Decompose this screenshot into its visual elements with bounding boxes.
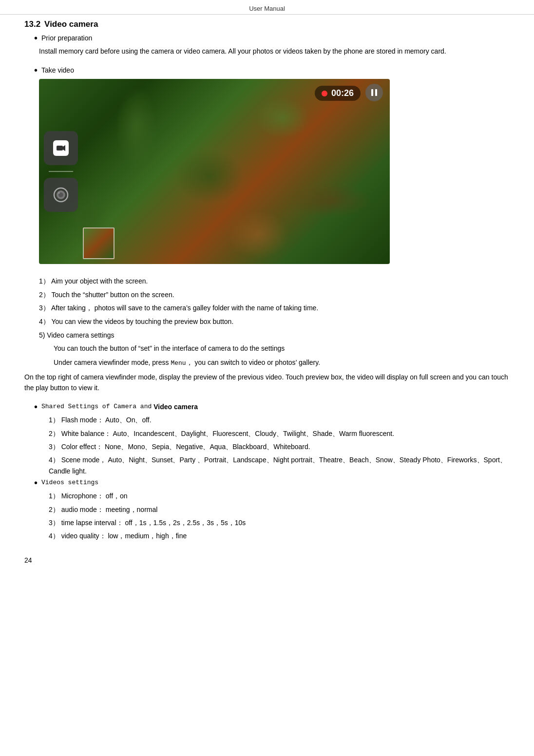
- video-background: 00:26: [39, 79, 390, 264]
- vs-num-3: 3）: [49, 519, 59, 527]
- ss-text-2: Auto、Incandescent、Daylight、Fluorescent、C…: [113, 430, 395, 437]
- prior-prep-bullet: • Prior preparation: [34, 34, 515, 43]
- vs-text-2: meeting，normal: [106, 506, 158, 513]
- ss-text-4: Auto、Night、Sunset、Party 、Portrait、Landsc…: [49, 456, 507, 474]
- ss-text-3: None、Mono、Sepia、Negative、Aqua、Blackboard…: [105, 443, 310, 451]
- video-thumbnail[interactable]: [83, 227, 114, 259]
- shared-setting-4: 4） Scene mode， Auto、Night、Sunset、Party 、…: [49, 454, 515, 476]
- line2-mono: Menu: [171, 359, 186, 367]
- instruction-2: 2） Touch the “shutter” button on the scr…: [39, 289, 515, 300]
- ss-label-4: Scene mode，: [61, 456, 107, 464]
- section-title: 13.2 Video camera: [24, 19, 515, 29]
- header-text: User Manual: [249, 5, 285, 12]
- pause-icon-bars: [371, 89, 377, 96]
- shared-setting-2: 2） White balance： Auto、Incandescent、Dayl…: [49, 428, 515, 439]
- svg-rect-0: [57, 146, 63, 151]
- shared-setting-3: 3） Color effect： None、Mono、Sepia、Negativ…: [49, 441, 515, 452]
- video-settings-line1: You can touch the button of “set” in the…: [54, 343, 515, 354]
- line2-suffix: ， you can switch to video or photos’ gal…: [186, 359, 320, 366]
- instruction-3: 3） After taking， photos will save to the…: [39, 302, 515, 313]
- bullet-dot-2: •: [34, 65, 38, 75]
- bullet-dot: •: [34, 33, 38, 43]
- video-settings-heading-text: 5) Video camera settings: [39, 331, 114, 339]
- ss-num-3: 3）: [49, 443, 59, 451]
- ss-label-3: Color effect：: [61, 443, 103, 451]
- instructions-list: 1） Aim your object with the screen. 2） T…: [39, 276, 515, 327]
- prior-prep-label: Prior preparation: [41, 34, 92, 42]
- video-camera-icon: [56, 143, 66, 153]
- video-screenshot: 00:26: [39, 79, 390, 264]
- vs-label-1: Microphone：: [61, 492, 104, 500]
- instruction-4-text: You can view the videos by touching the …: [51, 318, 233, 325]
- vid-setting-1: 1） Microphone： off，on: [49, 491, 515, 501]
- divider: [49, 171, 73, 172]
- ss-num-4: 4）: [49, 456, 59, 464]
- timer-badge: 00:26: [315, 86, 361, 101]
- instruction-3-text: After taking， photos will save to the ca…: [51, 304, 318, 312]
- camera-shutter-button[interactable]: [44, 178, 78, 212]
- num-2: 2）: [39, 291, 50, 299]
- shared-settings-bullet: • Shared Settings of Camera and Video ca…: [34, 403, 515, 412]
- vs-label-4: video quality：: [61, 532, 106, 540]
- num-3: 3）: [39, 304, 50, 312]
- instruction-2-text: Touch the “shutter” button on the screen…: [51, 291, 174, 299]
- video-settings-line2: Under camera viewfinder mode, press Menu…: [54, 357, 515, 369]
- vs-text-4: low，medium，high，fine: [108, 532, 187, 540]
- shared-setting-1: 1） Flash mode： Auto、On、off.: [49, 415, 515, 425]
- ss-label-2: White balance：: [61, 430, 112, 437]
- ss-num-2: 2）: [49, 430, 59, 437]
- section-number: 13.2: [24, 19, 40, 29]
- instruction-4: 4） You can view the videos by touching t…: [39, 316, 515, 327]
- vs-text-1: off，on: [106, 492, 128, 500]
- vs-num-2: 2）: [49, 506, 59, 513]
- line2-prefix: Under camera viewfinder mode, press: [54, 359, 171, 366]
- ss-num-1: 1）: [49, 416, 59, 424]
- shutter-icon: [52, 186, 70, 204]
- section-title-text: Video camera: [44, 19, 98, 29]
- vid-setting-4: 4） video quality： low，medium，high，fine: [49, 530, 515, 541]
- videos-settings-label: Videos settings: [41, 479, 98, 486]
- pause-bar-right: [375, 89, 377, 96]
- shared-settings-bold: Video camera: [153, 403, 198, 411]
- prior-prep-para: Install memory card before using the cam…: [39, 46, 515, 57]
- videos-settings-bullet: • Videos settings: [34, 479, 515, 488]
- ss-text-1: Auto、On、off.: [105, 416, 152, 424]
- instruction-1-text: Aim your object with the screen.: [51, 277, 148, 285]
- bullet-dot-4: •: [34, 478, 38, 488]
- vs-label-2: audio mode：: [61, 506, 104, 513]
- vs-text-3: off，1s，1.5s，2s，2.5s，3s，5s，10s: [125, 519, 246, 527]
- take-video-bullet: • Take video: [34, 66, 515, 75]
- vid-setting-3: 3） time lapse interval： off，1s，1.5s，2s，2…: [49, 517, 515, 528]
- page-content: 13.2 Video camera • Prior preparation In…: [0, 19, 534, 542]
- video-settings-line3: On the top right of camera viewfinder mo…: [24, 372, 515, 394]
- vid-setting-2: 2） audio mode： meeting，normal: [49, 504, 515, 515]
- svg-point-5: [58, 192, 60, 194]
- take-video-label: Take video: [41, 66, 74, 74]
- vs-label-3: time lapse interval：: [61, 519, 123, 527]
- shared-settings-mono: Shared Settings of Camera and: [41, 403, 152, 410]
- num-4: 4）: [39, 318, 50, 325]
- video-controls-panel: [39, 79, 83, 264]
- page-header: User Manual: [0, 5, 534, 15]
- ss-label-1: Flash mode：: [61, 416, 104, 424]
- video-settings-heading: 5) Video camera settings: [39, 330, 515, 340]
- vs-num-1: 1）: [49, 492, 59, 500]
- instruction-1: 1） Aim your object with the screen.: [39, 276, 515, 286]
- svg-marker-1: [63, 145, 65, 151]
- record-button[interactable]: [44, 131, 78, 165]
- pause-bar-left: [371, 89, 373, 96]
- num-1: 1）: [39, 277, 50, 285]
- rec-indicator: [322, 91, 327, 96]
- vs-num-4: 4）: [49, 532, 59, 540]
- bullet-dot-3: •: [34, 402, 38, 412]
- page-number: 24: [24, 556, 32, 564]
- timer-display: 00:26: [331, 88, 354, 98]
- record-icon: [53, 140, 69, 156]
